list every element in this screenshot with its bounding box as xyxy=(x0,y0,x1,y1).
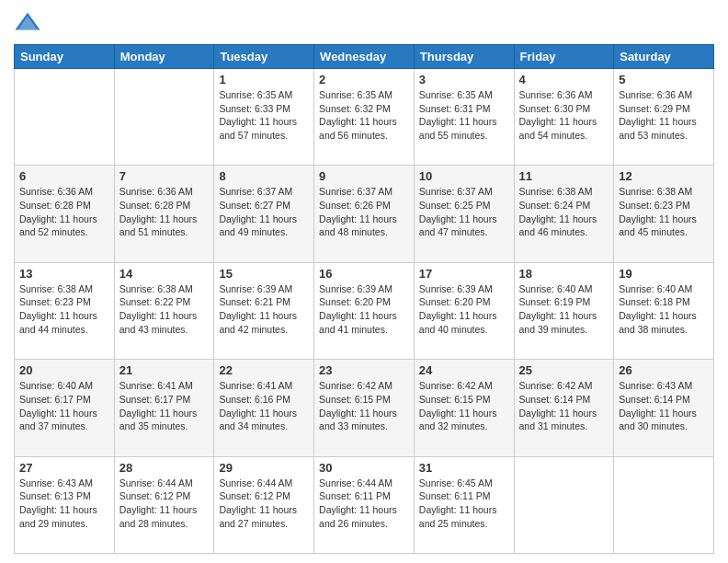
day-number: 3 xyxy=(419,73,509,86)
day-info: Sunrise: 6:37 AM Sunset: 6:26 PM Dayligh… xyxy=(319,185,409,239)
day-number: 14 xyxy=(119,267,210,281)
daylight-label: Daylight: 11 hours and 48 minutes. xyxy=(319,213,397,238)
calendar-cell: 30 Sunrise: 6:44 AM Sunset: 6:11 PM Dayl… xyxy=(314,456,415,553)
sunset-label: Sunset: 6:29 PM xyxy=(619,103,690,114)
sunset-label: Sunset: 6:15 PM xyxy=(419,394,491,405)
sunrise-label: Sunrise: 6:42 AM xyxy=(319,380,392,391)
page: SundayMondayTuesdayWednesdayThursdayFrid… xyxy=(0,0,728,563)
day-info: Sunrise: 6:40 AM Sunset: 6:18 PM Dayligh… xyxy=(619,282,709,337)
day-number: 16 xyxy=(319,267,409,281)
calendar-cell: 22 Sunrise: 6:41 AM Sunset: 6:16 PM Dayl… xyxy=(214,360,314,456)
day-number: 12 xyxy=(619,169,709,183)
calendar-cell: 6 Sunrise: 6:36 AM Sunset: 6:28 PM Dayli… xyxy=(15,166,115,262)
day-info: Sunrise: 6:36 AM Sunset: 6:28 PM Dayligh… xyxy=(119,185,210,239)
day-number: 17 xyxy=(419,267,509,281)
sunrise-label: Sunrise: 6:44 AM xyxy=(319,477,392,488)
sunrise-label: Sunrise: 6:35 AM xyxy=(319,89,392,100)
sunset-label: Sunset: 6:33 PM xyxy=(219,103,290,114)
day-number: 6 xyxy=(19,169,109,183)
daylight-label: Daylight: 11 hours and 46 minutes. xyxy=(519,213,597,238)
week-row-5: 27 Sunrise: 6:43 AM Sunset: 6:13 PM Dayl… xyxy=(15,456,714,553)
daylight-label: Daylight: 11 hours and 45 minutes. xyxy=(619,213,697,238)
day-info: Sunrise: 6:35 AM Sunset: 6:32 PM Dayligh… xyxy=(319,88,409,143)
sunset-label: Sunset: 6:22 PM xyxy=(119,296,191,307)
calendar-cell: 20 Sunrise: 6:40 AM Sunset: 6:17 PM Dayl… xyxy=(15,360,115,456)
day-info: Sunrise: 6:45 AM Sunset: 6:11 PM Dayligh… xyxy=(419,477,509,531)
daylight-label: Daylight: 11 hours and 49 minutes. xyxy=(219,213,297,238)
sunrise-label: Sunrise: 6:38 AM xyxy=(19,283,93,294)
daylight-label: Daylight: 11 hours and 28 minutes. xyxy=(119,504,198,529)
daylight-label: Daylight: 11 hours and 31 minutes. xyxy=(519,408,597,432)
day-number: 28 xyxy=(119,461,210,475)
week-row-4: 20 Sunrise: 6:40 AM Sunset: 6:17 PM Dayl… xyxy=(15,360,714,456)
day-info: Sunrise: 6:37 AM Sunset: 6:25 PM Dayligh… xyxy=(419,185,509,239)
calendar-cell: 17 Sunrise: 6:39 AM Sunset: 6:20 PM Dayl… xyxy=(414,262,514,359)
day-number: 1 xyxy=(219,73,309,86)
week-row-1: 1 Sunrise: 6:35 AM Sunset: 6:33 PM Dayli… xyxy=(15,69,714,166)
sunrise-label: Sunrise: 6:36 AM xyxy=(119,186,193,197)
sunset-label: Sunset: 6:20 PM xyxy=(319,296,391,307)
day-info: Sunrise: 6:39 AM Sunset: 6:20 PM Dayligh… xyxy=(419,282,509,337)
sunrise-label: Sunrise: 6:44 AM xyxy=(119,477,193,488)
daylight-label: Daylight: 11 hours and 57 minutes. xyxy=(219,116,297,141)
day-number: 9 xyxy=(319,169,409,183)
sunrise-label: Sunrise: 6:35 AM xyxy=(219,89,292,100)
sunset-label: Sunset: 6:18 PM xyxy=(619,296,690,307)
daylight-label: Daylight: 11 hours and 56 minutes. xyxy=(319,116,397,141)
sunrise-label: Sunrise: 6:38 AM xyxy=(619,186,692,197)
sunset-label: Sunset: 6:23 PM xyxy=(19,296,91,307)
calendar-cell: 5 Sunrise: 6:36 AM Sunset: 6:29 PM Dayli… xyxy=(614,69,714,166)
calendar-cell: 27 Sunrise: 6:43 AM Sunset: 6:13 PM Dayl… xyxy=(15,456,115,553)
sunset-label: Sunset: 6:12 PM xyxy=(119,490,191,501)
sunset-label: Sunset: 6:19 PM xyxy=(519,296,591,307)
day-info: Sunrise: 6:41 AM Sunset: 6:17 PM Dayligh… xyxy=(119,379,210,433)
sunrise-label: Sunrise: 6:38 AM xyxy=(119,283,193,294)
day-number: 11 xyxy=(519,169,609,183)
sunset-label: Sunset: 6:31 PM xyxy=(419,103,491,114)
day-number: 24 xyxy=(419,363,509,377)
calendar-cell: 16 Sunrise: 6:39 AM Sunset: 6:20 PM Dayl… xyxy=(314,262,415,359)
sunrise-label: Sunrise: 6:44 AM xyxy=(219,477,292,488)
logo xyxy=(14,9,45,37)
calendar-cell: 19 Sunrise: 6:40 AM Sunset: 6:18 PM Dayl… xyxy=(614,262,714,359)
daylight-label: Daylight: 11 hours and 34 minutes. xyxy=(219,408,297,432)
sunset-label: Sunset: 6:32 PM xyxy=(319,103,391,114)
day-info: Sunrise: 6:43 AM Sunset: 6:14 PM Dayligh… xyxy=(619,379,709,433)
sunrise-label: Sunrise: 6:38 AM xyxy=(519,186,593,197)
daylight-label: Daylight: 11 hours and 40 minutes. xyxy=(419,310,497,335)
sunrise-label: Sunrise: 6:41 AM xyxy=(219,380,292,391)
sunset-label: Sunset: 6:15 PM xyxy=(319,394,391,405)
day-number: 27 xyxy=(19,461,109,475)
day-number: 4 xyxy=(519,73,609,86)
daylight-label: Daylight: 11 hours and 44 minutes. xyxy=(19,310,97,335)
day-info: Sunrise: 6:38 AM Sunset: 6:23 PM Dayligh… xyxy=(619,185,709,239)
sunrise-label: Sunrise: 6:36 AM xyxy=(519,89,593,100)
calendar-cell: 13 Sunrise: 6:38 AM Sunset: 6:23 PM Dayl… xyxy=(15,262,115,359)
sunrise-label: Sunrise: 6:40 AM xyxy=(619,283,692,294)
day-number: 26 xyxy=(619,363,709,377)
day-info: Sunrise: 6:42 AM Sunset: 6:15 PM Dayligh… xyxy=(319,379,409,433)
sunrise-label: Sunrise: 6:42 AM xyxy=(519,380,593,391)
calendar-cell: 18 Sunrise: 6:40 AM Sunset: 6:19 PM Dayl… xyxy=(514,262,614,359)
week-row-3: 13 Sunrise: 6:38 AM Sunset: 6:23 PM Dayl… xyxy=(15,262,714,359)
calendar-cell: 23 Sunrise: 6:42 AM Sunset: 6:15 PM Dayl… xyxy=(314,360,415,456)
day-number: 2 xyxy=(319,73,409,86)
sunrise-label: Sunrise: 6:39 AM xyxy=(319,283,392,294)
calendar-cell: 12 Sunrise: 6:38 AM Sunset: 6:23 PM Dayl… xyxy=(614,166,714,262)
day-number: 21 xyxy=(119,363,210,377)
daylight-label: Daylight: 11 hours and 38 minutes. xyxy=(619,310,697,335)
weekday-header-thursday: Thursday xyxy=(414,45,514,69)
day-info: Sunrise: 6:44 AM Sunset: 6:11 PM Dayligh… xyxy=(319,477,409,531)
day-info: Sunrise: 6:36 AM Sunset: 6:30 PM Dayligh… xyxy=(519,88,609,143)
daylight-label: Daylight: 11 hours and 29 minutes. xyxy=(19,504,97,529)
sunset-label: Sunset: 6:14 PM xyxy=(519,394,591,405)
day-info: Sunrise: 6:39 AM Sunset: 6:21 PM Dayligh… xyxy=(219,282,309,337)
day-number: 31 xyxy=(419,461,509,475)
calendar-cell: 24 Sunrise: 6:42 AM Sunset: 6:15 PM Dayl… xyxy=(414,360,514,456)
sunrise-label: Sunrise: 6:37 AM xyxy=(419,186,493,197)
sunset-label: Sunset: 6:17 PM xyxy=(119,394,191,405)
daylight-label: Daylight: 11 hours and 30 minutes. xyxy=(619,408,697,432)
daylight-label: Daylight: 11 hours and 54 minutes. xyxy=(519,116,597,141)
calendar-cell: 21 Sunrise: 6:41 AM Sunset: 6:17 PM Dayl… xyxy=(114,360,214,456)
sunrise-label: Sunrise: 6:40 AM xyxy=(519,283,593,294)
